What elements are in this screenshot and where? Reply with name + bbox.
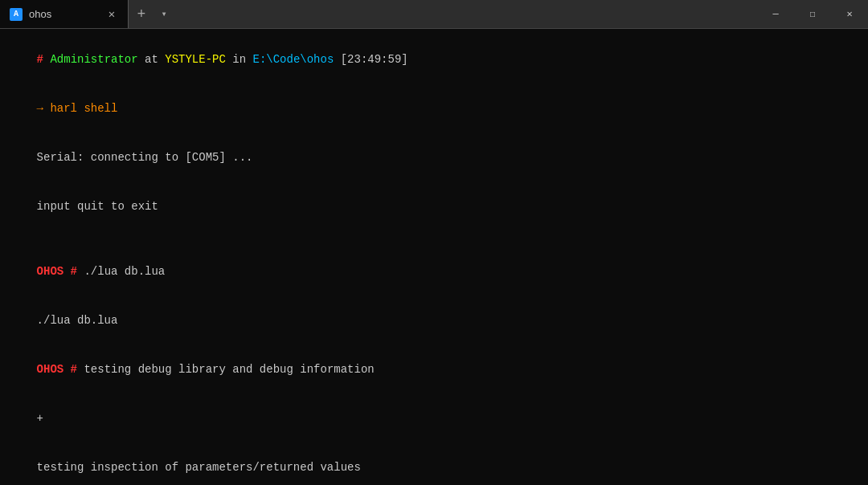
tab-area: A ohos ✕ + ▾ xyxy=(0,0,757,28)
terminal-line-1: # Administrator at YSTYLE-PC in E:\Code\… xyxy=(10,35,858,84)
tab-title-label: ohos xyxy=(29,8,51,20)
terminal-line-6: ./lua db.lua xyxy=(10,296,858,345)
new-tab-button[interactable]: + xyxy=(129,0,154,28)
terminal-line-9: testing inspection of parameters/returne… xyxy=(10,442,858,485)
window-controls: ─ ☐ ✕ xyxy=(757,0,868,28)
titlebar: A ohos ✕ + ▾ ─ ☐ ✕ xyxy=(0,0,868,29)
terminal-area[interactable]: # Administrator at YSTYLE-PC in E:\Code\… xyxy=(0,29,868,485)
close-button[interactable]: ✕ xyxy=(831,0,868,28)
ohos-prompt-2: OHOS # xyxy=(37,363,77,376)
at-label: at xyxy=(138,53,166,66)
terminal-line-2: → harl shell xyxy=(10,84,858,133)
in-label: in xyxy=(226,53,253,66)
terminal-line-4: input quit to exit xyxy=(10,182,858,231)
minimize-button[interactable]: ─ xyxy=(757,0,794,28)
terminal-line-8: + xyxy=(10,394,858,443)
arrow-label: → harl shell xyxy=(37,102,118,115)
terminal-line-3: Serial: connecting to [COM5] ... xyxy=(10,133,858,182)
terminal-line-5: OHOS # ./lua db.lua xyxy=(10,247,858,296)
prompt-hash: # xyxy=(37,53,51,66)
maximize-button[interactable]: ☐ xyxy=(794,0,831,28)
path-label: E:\Code\ohos xyxy=(252,53,334,66)
ohos-prompt-1: OHOS # xyxy=(37,265,77,278)
host-label: YSTYLE-PC xyxy=(165,53,226,66)
terminal-blank-1 xyxy=(10,231,858,247)
terminal-line-7: OHOS # testing debug library and debug i… xyxy=(10,345,858,394)
terminal-tab[interactable]: A ohos ✕ xyxy=(0,0,129,28)
tab-close-button[interactable]: ✕ xyxy=(105,8,118,21)
tab-icon: A xyxy=(10,8,23,21)
tab-dropdown-button[interactable]: ▾ xyxy=(154,0,174,28)
time-label: [23:49:59] xyxy=(334,53,407,66)
user-label: Administrator xyxy=(50,53,137,66)
